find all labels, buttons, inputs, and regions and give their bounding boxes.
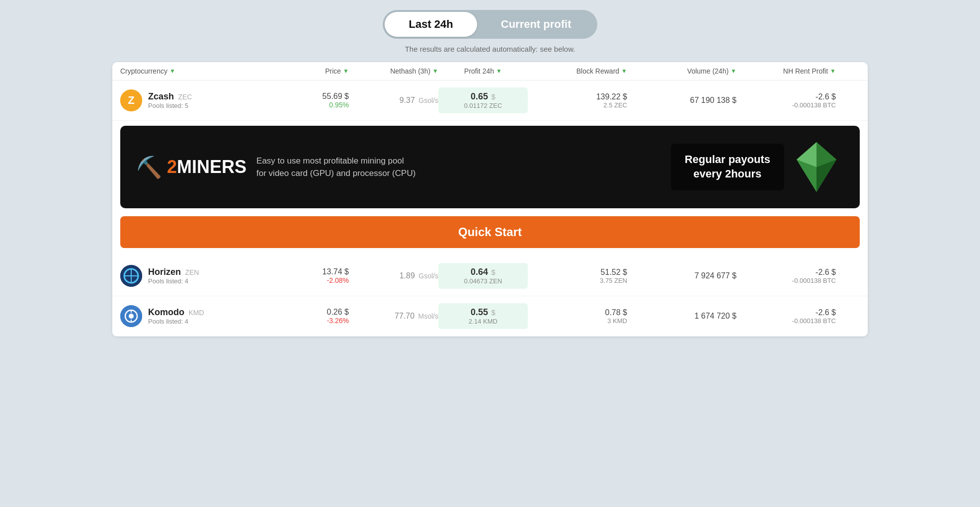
horizen-profit: 0.64 $ 0.04673 ZEN xyxy=(438,263,528,289)
komodo-profit-main: 0.55 $ xyxy=(444,307,522,318)
horizen-name: Horizen ZEN xyxy=(148,267,199,277)
horizen-block: 51.52 $ 3.75 ZEN xyxy=(528,268,627,284)
banner-left: ⛏️ 2MINERS Easy to use most profitable m… xyxy=(136,155,415,180)
quick-start-button[interactable]: Quick Start xyxy=(120,216,860,248)
banner-tagline: Easy to use most profitable mining pool … xyxy=(256,155,415,180)
profit-sort-icon: ▼ xyxy=(496,68,502,75)
komodo-volume: 1 674 720 $ xyxy=(627,312,736,321)
zcash-profit-sub: 0.01172 ZEC xyxy=(444,102,522,109)
banner-right: Regular payouts every 2hours xyxy=(671,140,844,194)
zcash-pools: Pools listed: 5 xyxy=(148,102,192,109)
horizen-nhrent: -2.6 $ -0.000138 BTC xyxy=(736,268,836,284)
coin-info-horizen: Horizen ZEN Pools listed: 4 xyxy=(120,265,279,287)
coin-info-zcash: Z Zcash ZEC Pools listed: 5 xyxy=(120,89,279,111)
zcash-name-group: Zcash ZEC Pools listed: 5 xyxy=(148,91,192,109)
banner-logo: ⛏️ 2MINERS xyxy=(136,155,246,179)
horizen-nethash: 1.89 Gsol/s xyxy=(349,271,438,280)
zcash-volume: 67 190 138 $ xyxy=(627,96,736,105)
komodo-profit-sub: 2.14 KMD xyxy=(444,318,522,325)
last24h-button[interactable]: Last 24h xyxy=(385,12,477,37)
svg-point-13 xyxy=(129,314,134,319)
toggle-container: Last 24h Current profit xyxy=(112,10,868,39)
volume-sort-icon: ▼ xyxy=(731,68,736,75)
price-sort-icon: ▼ xyxy=(343,68,349,75)
block-sort-icon: ▼ xyxy=(621,68,627,75)
banner-payouts-text: Regular payouts every 2hours xyxy=(671,144,784,190)
banner-wrapper: ⛏️ 2MINERS Easy to use most profitable m… xyxy=(112,126,868,208)
komodo-price: 0.26 $ -3.26% xyxy=(279,308,349,325)
table-row: Horizen ZEN Pools listed: 4 13.74 $ -2.0… xyxy=(112,256,868,296)
horizen-name-group: Horizen ZEN Pools listed: 4 xyxy=(148,267,199,285)
subtitle-text: The results are calculated automatically… xyxy=(112,45,868,53)
page-container: Last 24h Current profit The results are … xyxy=(112,10,868,337)
table-row: Z Zcash ZEC Pools listed: 5 55.69 $ 0.95… xyxy=(112,81,868,121)
horizen-icon xyxy=(120,265,142,287)
komodo-pools: Pools listed: 4 xyxy=(148,318,204,325)
komodo-name: Komodo KMD xyxy=(148,307,204,318)
banner-miner-icon: ⛏️ xyxy=(136,155,162,179)
gem-icon xyxy=(789,140,844,194)
horizen-profit-sub: 0.04673 ZEN xyxy=(444,277,522,285)
col-block-reward[interactable]: Block Reward ▼ xyxy=(528,67,627,75)
zcash-nethash: 9.37 Gsol/s xyxy=(349,96,438,105)
zcash-block: 139.22 $ 2.5 ZEC xyxy=(528,92,627,109)
komodo-profit: 0.55 $ 2.14 KMD xyxy=(438,303,528,329)
zcash-profit-main: 0.65 $ xyxy=(444,91,522,102)
nethash-sort-icon: ▼ xyxy=(432,68,438,75)
col-nethash[interactable]: Nethash (3h) ▼ xyxy=(349,67,438,75)
table-header: Cryptocurrency ▼ Price ▼ Nethash (3h) ▼ … xyxy=(112,62,868,81)
horizen-volume: 7 924 677 $ xyxy=(627,271,736,280)
zcash-profit: 0.65 $ 0.01172 ZEC xyxy=(438,87,528,113)
toggle-group: Last 24h Current profit xyxy=(383,10,597,39)
komodo-nhrent: -2.6 $ -0.000138 BTC xyxy=(736,308,836,325)
coin-info-komodo: Komodo KMD Pools listed: 4 xyxy=(120,305,279,327)
banner-brand: 2MINERS xyxy=(167,157,246,177)
current-profit-button[interactable]: Current profit xyxy=(477,12,595,37)
komodo-block: 0.78 $ 3 KMD xyxy=(528,308,627,325)
col-volume[interactable]: Volume (24h) ▼ xyxy=(627,67,736,75)
nhrent-sort-icon: ▼ xyxy=(830,68,836,75)
table-row: Komodo KMD Pools listed: 4 0.26 $ -3.26%… xyxy=(112,296,868,337)
col-nh-rent[interactable]: NH Rent Profit ▼ xyxy=(736,67,836,75)
col-price[interactable]: Price ▼ xyxy=(279,67,349,75)
zcash-nhrent: -2.6 $ -0.000138 BTC xyxy=(736,92,836,109)
horizen-pools: Pools listed: 4 xyxy=(148,277,199,285)
banner-quick-wrapper: Quick Start xyxy=(112,216,868,256)
zcash-icon: Z xyxy=(120,89,142,111)
svg-text:Z: Z xyxy=(128,94,134,106)
horizen-price: 13.74 $ -2.08% xyxy=(279,267,349,284)
zcash-name: Zcash ZEC xyxy=(148,91,192,102)
banner: ⛏️ 2MINERS Easy to use most profitable m… xyxy=(120,126,860,208)
komodo-nethash: 77.70 Msol/s xyxy=(349,312,438,321)
horizen-profit-main: 0.64 $ xyxy=(444,267,522,277)
col-cryptocurrency[interactable]: Cryptocurrency ▼ xyxy=(120,67,279,75)
zcash-price: 55.69 $ 0.95% xyxy=(279,92,349,109)
cryptocurrency-sort-icon: ▼ xyxy=(169,68,175,75)
col-profit24h[interactable]: Profit 24h ▼ xyxy=(438,67,528,75)
komodo-icon xyxy=(120,305,142,327)
main-card: Cryptocurrency ▼ Price ▼ Nethash (3h) ▼ … xyxy=(112,62,868,337)
komodo-name-group: Komodo KMD Pools listed: 4 xyxy=(148,307,204,325)
